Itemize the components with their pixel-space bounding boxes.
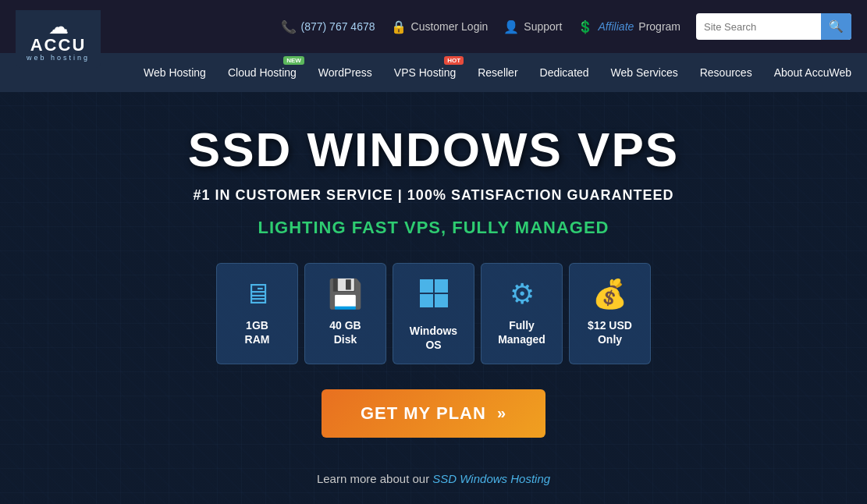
feature-box-windows: WindowsOS	[393, 263, 474, 364]
search-button[interactable]: 🔍	[821, 13, 851, 40]
svg-rect-1	[435, 279, 448, 293]
nav-label-dedicated: Dedicated	[540, 66, 589, 79]
nav-label-cloudhosting: Cloud Hosting	[228, 66, 297, 79]
logo-wrap: ☁ ACCU web hosting	[16, 10, 101, 68]
ssd-hosting-link[interactable]: SSD Windows Hosting	[432, 472, 550, 485]
hero-learn-text: Learn more about our SSD Windows Hosting	[16, 472, 851, 485]
dollar-icon: 💲	[577, 20, 593, 34]
feature-label-price: $12 USDOnly	[588, 318, 632, 346]
phone-icon: 📞	[281, 20, 297, 34]
nav-bar: ☁ ACCU web hosting Web Hosting Cloud Hos…	[0, 53, 867, 92]
cta-button[interactable]: GET MY PLAN »	[322, 389, 545, 438]
logo-cloud-icon: ☁	[48, 16, 69, 37]
nav-label-webservices: Web Services	[611, 66, 678, 79]
disk-icon: 💾	[328, 278, 363, 311]
nav-item-webhosting[interactable]: Web Hosting	[133, 53, 217, 92]
nav-label-webhosting: Web Hosting	[144, 66, 206, 79]
ram-icon: 🖥	[243, 278, 272, 311]
managed-icon: ⚙	[510, 278, 535, 311]
nav-item-vpshosting[interactable]: VPS Hosting HOT	[383, 53, 467, 92]
nav-label-resources: Resources	[700, 66, 752, 79]
customer-login-link[interactable]: 🔒 Customer Login	[391, 20, 489, 34]
svg-rect-2	[420, 294, 433, 307]
cta-label: GET MY PLAN	[361, 403, 486, 424]
lock-icon: 🔒	[391, 20, 407, 34]
feature-box-ram: 🖥 1GBRAM	[216, 263, 298, 364]
nav-item-aboutaccuweb[interactable]: About AccuWeb	[763, 53, 862, 92]
feature-label-managed: FullyManaged	[498, 318, 545, 346]
feature-box-disk: 💾 40 GBDisk	[304, 263, 386, 364]
nav-item-wordpress[interactable]: WordPress	[307, 53, 383, 92]
new-badge: NEW	[283, 56, 304, 65]
support-label: Support	[524, 20, 562, 33]
feature-box-managed: ⚙ FullyManaged	[481, 263, 563, 364]
nav-items: Web Hosting Cloud Hosting NEW WordPress …	[133, 53, 867, 92]
phone-link[interactable]: 📞 (877) 767 4678	[281, 20, 375, 34]
svg-rect-3	[435, 294, 448, 307]
nav-item-reseller[interactable]: Reseller	[467, 53, 528, 92]
hero-subtitle: #1 IN CUSTOMER SERVICE | 100% SATISFACTI…	[16, 187, 851, 204]
nav-item-cloudhosting[interactable]: Cloud Hosting NEW	[217, 53, 307, 92]
feature-label-windows: WindowsOS	[410, 324, 457, 352]
support-link[interactable]: 👤 Support	[503, 20, 562, 34]
hero-title: SSD WINDOWS VPS	[16, 123, 851, 176]
search-input[interactable]	[696, 21, 821, 33]
phone-number: (877) 767 4678	[301, 20, 375, 33]
logo-sub-text: web hosting	[27, 54, 90, 62]
hero-tagline: LIGHTING FAST VPS, FULLY MANAGED	[16, 218, 851, 238]
hero-section: SSD WINDOWS VPS #1 IN CUSTOMER SERVICE |…	[0, 92, 867, 504]
cta-arrows: »	[497, 404, 506, 422]
nav-label-reseller: Reseller	[478, 66, 517, 79]
feature-row: 🖥 1GBRAM 💾 40 GBDisk WindowsOS	[16, 263, 851, 364]
customer-login-label: Customer Login	[411, 20, 489, 33]
nav-label-wordpress: WordPress	[318, 66, 372, 79]
feature-label-ram: 1GBRAM	[245, 318, 270, 346]
price-icon: 💰	[592, 278, 627, 311]
support-icon: 👤	[503, 20, 519, 34]
feature-box-price: 💰 $12 USDOnly	[569, 263, 651, 364]
logo-box: ☁ ACCU web hosting	[16, 10, 101, 68]
hot-badge: HOT	[444, 56, 464, 65]
hero-content: SSD WINDOWS VPS #1 IN CUSTOMER SERVICE |…	[16, 123, 851, 485]
svg-rect-0	[420, 279, 433, 293]
nav-item-webservices[interactable]: Web Services	[600, 53, 689, 92]
logo-brand-name: ACCU	[30, 37, 87, 54]
nav-item-resources[interactable]: Resources	[689, 53, 763, 92]
affiliate-highlight: Affiliate	[598, 20, 634, 33]
nav-label-aboutaccuweb: About AccuWeb	[774, 66, 851, 79]
nav-label-vpshosting: VPS Hosting	[394, 66, 456, 79]
top-bar: 📞 (877) 767 4678 🔒 Customer Login 👤 Supp…	[0, 0, 867, 53]
affiliate-link[interactable]: 💲 Affiliate Program	[577, 20, 680, 34]
windows-icon	[418, 278, 449, 316]
feature-label-disk: 40 GBDisk	[329, 318, 361, 346]
nav-item-dedicated[interactable]: Dedicated	[529, 53, 600, 92]
affiliate-suffix: Program	[638, 20, 680, 33]
search-box: 🔍	[696, 13, 851, 40]
